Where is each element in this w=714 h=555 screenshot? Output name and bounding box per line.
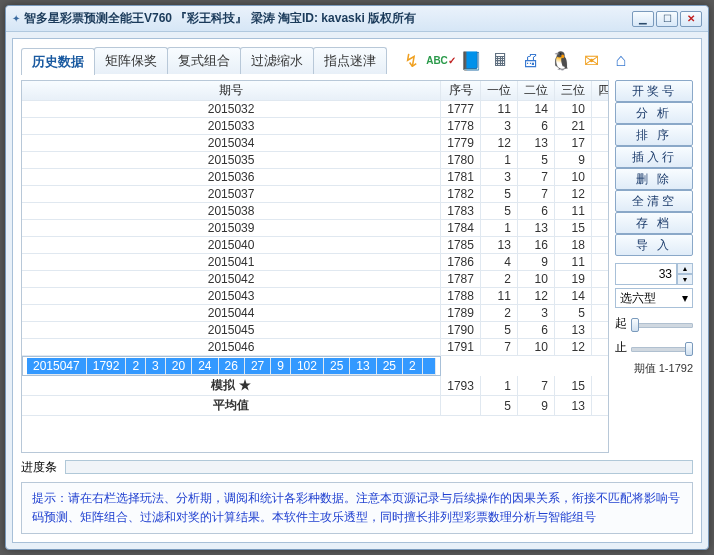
table-row[interactable]: 2015036178137101728324975017292 [22, 169, 609, 186]
table-row[interactable]: 20150471792232024262791022513252 [22, 356, 441, 376]
toolbar: ↯ABC✓📘🖩🖨🐧✉⌂ [398, 48, 634, 74]
table-row[interactable]: 201504017851316182730321613616231921 [22, 237, 609, 254]
abc-check-icon[interactable]: ABC✓ [428, 48, 454, 74]
slider-start-label: 起 [615, 315, 627, 332]
column-header[interactable]: 三位 [554, 81, 591, 101]
tab-2[interactable]: 复式组合 [167, 47, 241, 74]
table-row[interactable]: 2015032177711141016182929815171821 [22, 101, 609, 118]
side-button-2[interactable]: 排 序 [615, 124, 693, 146]
start-slider[interactable] [631, 316, 693, 332]
table-row[interactable]: 2015039178411315262732121143715314 [22, 220, 609, 237]
range-label: 期值 1-1792 [615, 361, 693, 376]
arrow-down-icon[interactable]: ↯ [398, 48, 424, 74]
table-row[interactable]: 20150341779121317182027131074412153 [22, 135, 609, 152]
progress-label: 进度条 [21, 459, 57, 476]
table-row[interactable]: 20150451790561322302671023110252 [22, 322, 609, 339]
spin-down[interactable]: ▼ [677, 274, 693, 285]
table-row[interactable]: 模拟 ★179317151827321612232153031 [22, 376, 609, 396]
table-row[interactable]: 201503517801592224333973512324 [22, 152, 609, 169]
maximize-button[interactable]: ☐ [656, 11, 678, 27]
spin-input[interactable]: ▲ ▼ [615, 263, 693, 285]
mail-icon[interactable]: ✉ [578, 48, 604, 74]
print-icon[interactable]: 🖨 [518, 48, 544, 74]
side-button-6[interactable]: 存 档 [615, 212, 693, 234]
column-header[interactable]: 四位 [591, 81, 609, 101]
home-icon[interactable]: ⌂ [608, 48, 634, 74]
table-row[interactable]: 2015041178649111723238874021194 [22, 254, 609, 271]
side-button-0[interactable]: 开奖号 [615, 80, 693, 102]
side-button-4[interactable]: 删 除 [615, 168, 693, 190]
chevron-down-icon: ▾ [682, 291, 688, 305]
side-button-7[interactable]: 导 入 [615, 234, 693, 256]
hint-text: 提示：请在右栏选择玩法、分析期，调阅和统计各彩种数据。注意本页源记录与后续操作的… [21, 482, 693, 534]
tab-3[interactable]: 过滤缩水 [240, 47, 314, 74]
column-header[interactable]: 序号 [441, 81, 481, 101]
side-button-1[interactable]: 分 析 [615, 102, 693, 124]
calc-icon[interactable]: 🖩 [488, 48, 514, 74]
spin-up[interactable]: ▲ [677, 263, 693, 274]
side-panel: 开奖号分 析排 序插入行删 除全清空存 档导 入 ▲ ▼ 选六型 ▾ 起 [615, 80, 693, 453]
app-icon: ✦ [12, 13, 20, 24]
book-icon[interactable]: 📘 [458, 48, 484, 74]
column-header[interactable]: 期号 [22, 81, 441, 101]
table-row[interactable]: 201504617917101214252219015161821 [22, 339, 609, 356]
tab-0[interactable]: 历史数据 [21, 48, 95, 75]
slider-end-label: 止 [615, 339, 627, 356]
minimize-button[interactable]: ▁ [632, 11, 654, 27]
table-row[interactable]: 201503317783621293132512252132942 [22, 118, 609, 135]
table-row[interactable]: 201504317881112142326301116991911 [22, 288, 609, 305]
tab-bar: 历史数据矩阵保奖复式组合过滤缩水指点迷津 [21, 47, 386, 74]
qq-icon[interactable]: 🐧 [548, 48, 574, 74]
spin-value[interactable] [615, 263, 677, 285]
table-row[interactable]: 201503717825712141832168844242713 [22, 186, 609, 203]
side-button-3[interactable]: 插入行 [615, 146, 693, 168]
type-select[interactable]: 选六型 ▾ [615, 288, 693, 308]
table-row[interactable]: 平均值5913192429810029152421 [22, 396, 609, 416]
title-bar: ✦ 智多星彩票预测全能王V760 『彩王科技』 梁涛 淘宝ID: kavaski… [6, 6, 708, 32]
table-row[interactable]: 201504217872101923273361143411314 [22, 271, 609, 288]
end-slider[interactable] [631, 340, 693, 356]
window-title: 智多星彩票预测全能王V760 『彩王科技』 梁涛 淘宝ID: kavaski 版… [24, 10, 632, 27]
progress-bar [65, 460, 693, 474]
tab-1[interactable]: 矩阵保奖 [94, 47, 168, 74]
side-button-5[interactable]: 全清空 [615, 190, 693, 212]
table-row[interactable]: 2015044178923513141812551019163 [22, 305, 609, 322]
data-grid[interactable]: 期号序号一位二位三位四位五位六位特码和值间隔和频率和码距奇数重码20150321… [21, 80, 609, 453]
column-header[interactable]: 二位 [517, 81, 554, 101]
close-button[interactable]: ✕ [680, 11, 702, 27]
column-header[interactable]: 一位 [480, 81, 517, 101]
tab-4[interactable]: 指点迷津 [313, 47, 387, 74]
table-row[interactable]: 201503817835611121534148312192932 [22, 203, 609, 220]
